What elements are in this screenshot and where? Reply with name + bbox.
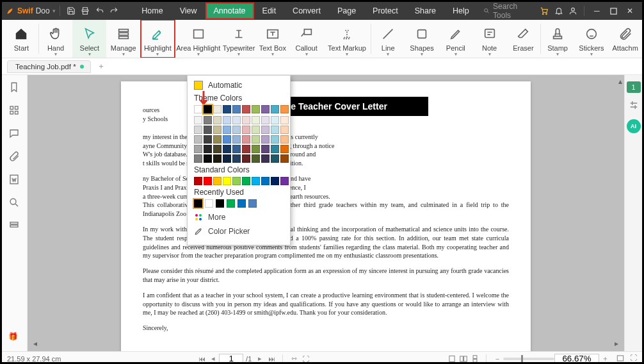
document-tab[interactable]: Teaching Job.pdf * [7,60,91,73]
tool-stamp[interactable]: Stamp▾ [541,20,575,58]
more-colors-link[interactable]: More [194,210,284,224]
tool-manage[interactable]: Manage▾ [106,20,140,58]
color-swatch[interactable] [213,145,221,153]
tool-shapes[interactable]: Shapes▾ [405,20,439,58]
undo-icon[interactable] [92,3,106,19]
color-swatch[interactable] [213,105,221,113]
menu-home[interactable]: Home [134,3,170,19]
color-swatch[interactable] [194,154,202,163]
color-swatch[interactable] [227,199,235,208]
tool-callout[interactable]: Callout▾ [289,20,323,58]
color-swatch[interactable] [280,116,289,124]
color-swatch[interactable] [194,135,202,144]
color-swatch[interactable] [213,154,221,163]
color-swatch[interactable] [223,177,231,185]
tool-textmarkup[interactable]: Text Markup▾ [323,20,371,58]
color-swatch[interactable] [261,135,270,144]
maximize-button[interactable] [605,3,622,19]
color-swatch[interactable] [261,145,270,153]
color-swatch[interactable] [261,154,270,163]
menu-share[interactable]: Share [407,3,444,19]
color-swatch[interactable] [194,145,202,153]
color-swatch[interactable] [213,126,221,134]
tool-select[interactable]: Select▾ [72,20,106,58]
color-swatch[interactable] [271,145,279,153]
page-count-badge[interactable]: 1 [627,81,641,93]
color-swatch[interactable] [194,126,202,134]
first-page-button[interactable]: ⏮ [196,353,207,365]
word-icon[interactable] [8,174,21,186]
color-swatch[interactable] [213,135,221,144]
search-tools[interactable]: Search Tools [477,2,537,20]
sliders-icon[interactable] [628,99,640,113]
color-swatch[interactable] [216,199,224,208]
document-canvas[interactable]: ▴ ◂ ▸ x ources y Schools Sample Teacher … [28,75,624,351]
color-swatch[interactable] [213,177,221,185]
bookmark-icon[interactable] [8,81,21,94]
color-swatch[interactable] [280,105,289,113]
zoom-input[interactable] [554,354,599,364]
color-swatch[interactable] [242,116,250,124]
color-swatch[interactable] [232,126,241,134]
color-swatch[interactable] [242,105,250,113]
zoom-out-button[interactable]: − [492,353,503,365]
color-swatch[interactable] [261,126,270,134]
prev-page-button[interactable]: ◂ [207,353,219,365]
color-swatch[interactable] [280,177,289,185]
color-swatch[interactable] [248,199,257,208]
tool-line[interactable]: Line▾ [371,20,405,58]
cart-icon[interactable] [537,3,551,19]
color-swatch[interactable] [280,154,289,163]
scroll-left-icon[interactable]: ◂ [29,338,41,349]
gift-icon[interactable]: 🎁 [8,332,21,345]
menu-help[interactable]: Help [445,3,477,19]
next-page-button[interactable]: ▸ [254,353,266,365]
tool-textbox[interactable]: Text Box▾ [255,20,289,58]
zoom-in-button[interactable]: ＋ [599,353,611,365]
tool-hand[interactable]: Hand▾ [39,20,73,58]
menu-page[interactable]: Page [330,3,364,19]
color-swatch[interactable] [223,105,231,113]
automatic-label[interactable]: Automatic [208,81,242,90]
read-mode-icon[interactable] [616,354,625,364]
color-swatch[interactable] [252,154,260,163]
color-swatch[interactable] [213,116,221,124]
color-swatch[interactable] [271,126,279,134]
color-swatch[interactable] [261,116,270,124]
color-swatch[interactable] [242,177,250,185]
search-panel-icon[interactable] [8,197,21,210]
view-mode-3-icon[interactable] [469,353,481,365]
tool-area-highlight[interactable]: Area Highlight▾ [175,20,222,58]
minimize-button[interactable]: ─ [588,3,605,19]
save-icon[interactable] [64,3,78,19]
chevron-down-icon[interactable]: ▾ [52,8,56,14]
color-swatch[interactable] [242,154,250,163]
automatic-color-swatch[interactable] [194,81,203,90]
color-swatch[interactable] [232,145,241,153]
color-swatch[interactable] [223,116,231,124]
add-tab-button[interactable]: ＋ [95,60,108,73]
comments-icon[interactable] [8,128,21,140]
color-swatch[interactable] [204,145,212,153]
color-swatch[interactable] [252,126,260,134]
last-page-button[interactable]: ⏭ [266,353,277,365]
color-swatch[interactable] [232,135,241,144]
fit-width-icon[interactable]: ⇿ [288,353,300,365]
redo-icon[interactable] [107,3,121,19]
color-swatch[interactable] [204,177,212,185]
color-swatch[interactable] [232,154,241,163]
color-swatch[interactable] [271,116,279,124]
scroll-right-icon[interactable]: ▸ [611,338,622,349]
close-button[interactable]: ✕ [622,3,638,19]
color-swatch[interactable] [252,135,260,144]
menu-protect[interactable]: Protect [365,3,406,19]
view-mode-2-icon[interactable] [458,353,469,365]
color-swatch[interactable] [194,177,202,185]
color-swatch[interactable] [242,135,250,144]
color-swatch[interactable] [280,145,289,153]
color-swatch[interactable] [194,199,202,208]
color-swatch[interactable] [242,126,250,134]
color-swatch[interactable] [223,126,231,134]
color-swatch[interactable] [271,154,279,163]
menu-edit[interactable]: Edit [255,3,284,19]
